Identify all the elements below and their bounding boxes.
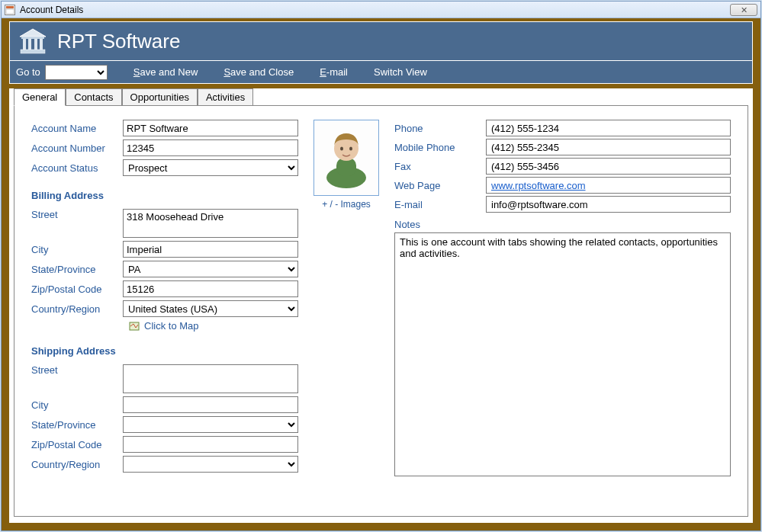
form-icon [5,5,15,15]
shipping-country-select[interactable] [123,456,298,473]
svg-rect-8 [21,50,45,53]
app-window: Account Details ✕ RPT Software Go to [1,1,761,531]
tab-contacts[interactable]: Contacts [66,88,121,105]
svg-rect-7 [40,39,43,50]
label-notes: Notes [394,219,731,230]
switch-view-button[interactable]: Switch View [374,66,427,78]
map-icon [129,321,140,332]
fax-input[interactable] [486,158,731,175]
titlebar: Account Details ✕ [2,2,760,18]
avatar-box[interactable] [313,120,379,196]
click-to-map-label: Click to Map [144,320,199,332]
goto-select[interactable] [45,65,108,80]
images-toggle-link[interactable]: + / - Images [310,199,382,210]
svg-marker-2 [20,29,46,37]
label-shipping-city: City [31,399,123,411]
tab-activities[interactable]: Activities [198,88,253,105]
label-fax: Fax [394,161,486,172]
shipping-zip-input[interactable] [123,436,298,453]
svg-point-14 [349,147,352,151]
header-title: RPT Software [57,30,180,53]
email-button[interactable]: E-mail [320,66,348,78]
label-phone: Phone [394,123,486,134]
label-email: E-mail [394,199,486,210]
svg-rect-5 [28,39,31,50]
label-billing-zip: Zip/Postal Code [31,284,123,295]
tab-strip: General Contacts Opportunities Activitie… [14,88,753,105]
label-billing-country: Country/Region [31,303,123,315]
svg-rect-4 [23,39,26,50]
label-shipping-zip: Zip/Postal Code [31,439,123,450]
goto-label: Go to [16,66,40,78]
phone-input[interactable] [486,120,731,136]
mobile-input[interactable] [486,139,731,155]
toolbar: Go to Save and New Save and Close E-mail… [9,61,753,84]
webpage-input[interactable] [486,177,731,194]
shipping-state-select[interactable] [123,416,298,433]
email-input[interactable] [486,196,731,213]
avatar-column: + / - Images [310,120,382,479]
svg-rect-0 [6,6,14,8]
person-icon [320,126,373,190]
billing-country-select[interactable]: United States (USA) [123,300,298,317]
label-billing-city: City [31,244,123,255]
notes-textarea[interactable]: This is one account with tabs showing th… [394,232,731,476]
label-shipping-state: State/Province [31,419,123,431]
label-account-name: Account Name [31,123,123,134]
label-webpage: Web Page [394,180,486,191]
tab-opportunities[interactable]: Opportunities [122,88,198,105]
window-title: Account Details [20,5,730,15]
label-shipping-street: Street [31,364,123,376]
svg-rect-1 [6,9,14,14]
shipping-street-input[interactable] [123,364,298,393]
form-background: RPT Software Go to Save and New Save and… [2,18,760,530]
tab-general[interactable]: General [14,88,66,106]
save-and-new-button[interactable]: Save and New [133,66,198,78]
shipping-address-header: Shipping Address [31,345,298,357]
billing-zip-input[interactable] [123,280,298,297]
bank-icon [18,27,48,56]
billing-state-select[interactable]: PA [123,261,298,277]
svg-point-13 [340,147,343,151]
account-name-input[interactable] [123,120,298,136]
label-shipping-country: Country/Region [31,459,123,470]
tab-area: General Contacts Opportunities Activitie… [9,88,753,523]
right-column: Phone Mobile Phone Fax Web Page [394,120,731,479]
tab-body-general: Account Name Account Number Account Stat… [14,105,748,517]
close-button[interactable]: ✕ [730,4,757,16]
shipping-city-input[interactable] [123,396,298,413]
account-status-select[interactable]: Prospect [123,159,298,176]
billing-address-header: Billing Address [31,190,298,201]
account-number-input[interactable] [123,139,298,156]
label-billing-street: Street [31,209,123,220]
label-account-number: Account Number [31,143,123,154]
label-mobile: Mobile Phone [394,142,486,153]
label-billing-state: State/Province [31,264,123,275]
svg-rect-6 [34,39,37,50]
header-band: RPT Software [9,21,753,61]
label-account-status: Account Status [31,162,123,174]
billing-street-input[interactable]: 318 Moosehead Drive [123,209,298,238]
save-and-close-button[interactable]: Save and Close [223,66,294,78]
billing-city-input[interactable] [123,241,298,258]
click-to-map-link[interactable]: Click to Map [129,320,298,332]
left-column: Account Name Account Number Account Stat… [31,120,298,479]
svg-rect-3 [21,37,44,39]
